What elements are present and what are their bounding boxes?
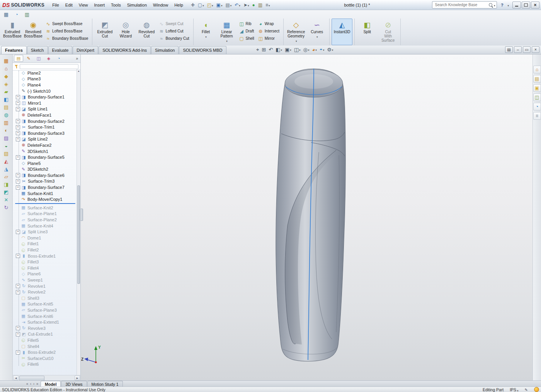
close-button[interactable] <box>531 2 539 8</box>
propertymanager-tab[interactable]: ✎ <box>24 55 33 62</box>
side-tool-19[interactable]: ✕ <box>2 196 11 204</box>
doc-close-button[interactable]: × <box>532 46 539 53</box>
side-tool-5[interactable]: ▰ <box>2 88 11 95</box>
expand-icon[interactable] <box>16 179 20 183</box>
expand-icon[interactable] <box>16 101 20 105</box>
restore-button[interactable] <box>522 2 530 8</box>
tree-item[interactable]: ↻Revolve1 <box>13 283 77 289</box>
menu-help[interactable]: Help <box>171 1 186 9</box>
tree-item[interactable]: ✎3DSketch1 <box>13 148 77 154</box>
hole-wizard-button[interactable]: ◎Hole Wizard <box>115 19 136 45</box>
swept-cut-button[interactable]: ∿Swept Cut <box>158 21 190 27</box>
tab-simulation[interactable]: Simulation <box>151 46 179 54</box>
apply-scene-button[interactable]: ◓ <box>318 46 325 53</box>
file-explorer-tab[interactable]: ▣ <box>533 84 541 92</box>
tree-item[interactable]: ◪Split Line2 <box>13 136 77 143</box>
tree-item[interactable]: ◇Plane2 <box>13 70 77 76</box>
scroll-left-icon[interactable]: ◀ <box>13 375 19 380</box>
tree-item[interactable]: ◵Fillet4 <box>13 265 77 271</box>
tree-item[interactable]: ◪Split Line1 <box>13 106 77 112</box>
bottle-body[interactable] <box>276 69 345 361</box>
cut-with-surface-button[interactable]: ⊘Cut With Surface <box>378 19 398 45</box>
tree-item[interactable]: ∿Sweep1 <box>13 277 77 283</box>
menu-simulation[interactable]: Simulation <box>124 1 150 9</box>
scroll-up-icon[interactable]: ▲ <box>77 69 80 73</box>
displaymanager-tab[interactable]: ◔ <box>54 55 63 62</box>
expand-icon[interactable] <box>16 185 20 190</box>
tree-item[interactable]: ▦Surface-Knit5 <box>13 301 77 307</box>
expand-icon[interactable] <box>16 119 20 123</box>
design-library-tab[interactable]: ▤ <box>533 75 541 83</box>
side-tool-9[interactable]: ▥ <box>2 119 11 126</box>
edit-appearance-button[interactable]: ◕ <box>311 46 318 53</box>
side-tool-6[interactable]: ◧ <box>2 96 11 103</box>
display-style-button[interactable]: ◫ <box>293 46 302 53</box>
open-button[interactable]: ◰ <box>206 2 214 8</box>
tree-item[interactable]: ◠Dome1 <box>13 235 77 241</box>
tree-item[interactable]: ◨Boundary-Surface5 <box>13 154 77 160</box>
menu-tools[interactable]: Tools <box>108 1 124 9</box>
tree-item[interactable]: ↻Revolve3 <box>13 325 77 331</box>
menu-edit[interactable]: Edit <box>62 1 76 9</box>
reference-geometry-button[interactable]: ◇Reference Geometry <box>286 19 306 45</box>
custom-properties-tab[interactable]: ≡ <box>533 112 541 120</box>
expand-icon[interactable] <box>16 95 20 99</box>
rollback-bar[interactable] <box>15 203 75 204</box>
tree-item[interactable]: ▱Surface-Plane2 <box>13 217 77 223</box>
tree-item[interactable]: ✎3DSketch2 <box>13 166 77 173</box>
pin-button[interactable]: ✚ <box>190 2 196 8</box>
scroll-track[interactable] <box>19 376 74 380</box>
side-tool-4[interactable]: ◈ <box>2 80 11 88</box>
save-button[interactable]: ▣ <box>215 2 224 8</box>
tab-sketch[interactable]: Sketch <box>27 46 48 54</box>
bottle-model[interactable]: Y Z <box>81 54 532 380</box>
mini-tool-3[interactable]: ▥ <box>23 11 31 18</box>
tree-vertical-scrollbar[interactable]: ▲ <box>77 69 80 375</box>
side-tool-13[interactable]: ▧ <box>2 150 11 157</box>
filter-input[interactable] <box>20 64 78 69</box>
hide-show-items-button[interactable]: ◎ <box>302 46 311 53</box>
side-tool-15[interactable]: ◮ <box>2 165 11 173</box>
scroll-right-icon[interactable]: ▶ <box>75 375 80 380</box>
expand-icon[interactable] <box>16 254 20 258</box>
appearances-tab[interactable]: ◔ <box>533 103 541 110</box>
draft-button[interactable]: ◢Draft <box>238 28 255 34</box>
curves-button[interactable]: ∽Curves <box>306 19 327 45</box>
side-tool-1[interactable]: ▦ <box>2 57 11 64</box>
search-input[interactable] <box>434 2 487 7</box>
doc-menu-button[interactable]: ▤ <box>505 46 513 53</box>
tree-item[interactable]: ◩Cut-Extrude1 <box>13 331 77 338</box>
tab-solidworks-add-ins[interactable]: SOLIDWORKS Add-Ins <box>99 46 151 54</box>
lofted-boss-base-button[interactable]: ≋Lofted Boss/Base <box>44 28 89 34</box>
mini-tool-2[interactable]: ◔ <box>13 11 20 18</box>
panel-splitter[interactable] <box>80 209 83 221</box>
tree-item[interactable]: ◨Boundary-Surface7 <box>13 184 77 190</box>
tree-item[interactable]: ◨Boundary-Surface2 <box>13 118 77 124</box>
doc-tab-3d-views[interactable]: 3D Views <box>61 381 87 387</box>
doc-tab-model[interactable]: Model <box>41 381 61 387</box>
previous-view-button[interactable]: ↶ <box>267 47 274 53</box>
tree-item[interactable]: ↷Body-Move/Copy1 <box>13 196 77 202</box>
section-view-button[interactable]: ◧ <box>274 46 283 53</box>
tree-item[interactable]: ⊗DeleteFace1 <box>13 112 77 118</box>
configurationmanager-tab[interactable]: ◫ <box>34 55 43 62</box>
tree-item[interactable]: ▮Boss-Extrude2 <box>13 349 77 355</box>
shell-button[interactable]: ▢Shell <box>238 36 255 41</box>
menu-view[interactable]: View <box>76 1 91 9</box>
tree-item[interactable]: ↻Revolve2 <box>13 289 77 295</box>
extruded-cut-button[interactable]: ◩Extruded Cut <box>94 19 115 45</box>
view-settings-button[interactable]: ⚙ <box>326 46 334 53</box>
new-document-button[interactable]: ▢ <box>197 2 205 8</box>
units-selector[interactable]: IPS <box>510 387 518 392</box>
split-button[interactable]: ◧Split <box>357 19 378 45</box>
rib-button[interactable]: ◫Rib <box>238 21 255 27</box>
side-tool-11[interactable]: ▨ <box>2 134 11 142</box>
expand-icon[interactable] <box>16 326 20 330</box>
view-orientation-button[interactable]: ▣ <box>284 46 293 53</box>
rebuild-button[interactable]: ● <box>251 2 256 8</box>
revolved-boss-base-button[interactable]: ◉Revolved Boss/Base <box>23 19 44 45</box>
options-button[interactable]: ≡ <box>264 2 271 8</box>
tree-item[interactable]: ▱Surface-Plane3 <box>13 307 77 313</box>
file-properties-button[interactable]: ▥ <box>257 2 264 8</box>
help-sphere-icon[interactable] <box>534 387 539 392</box>
